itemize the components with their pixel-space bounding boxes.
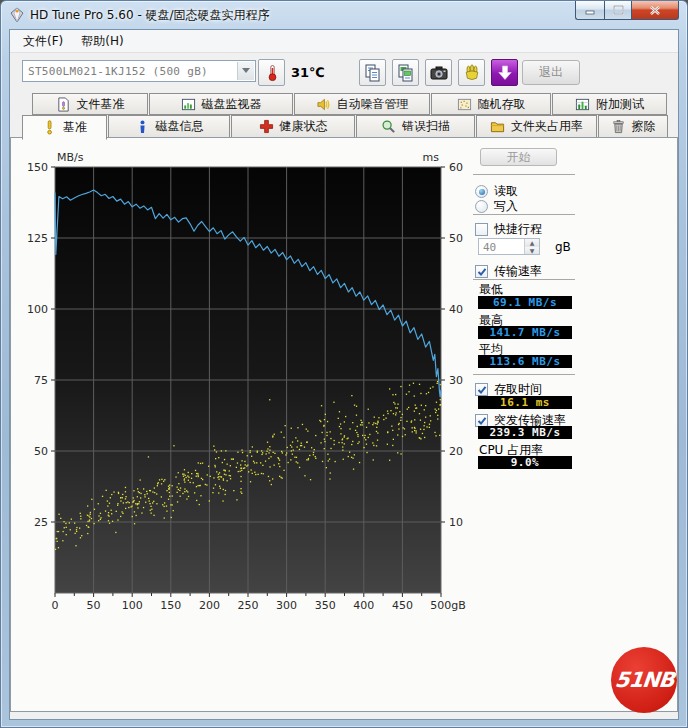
checkbox-checked-icon <box>475 383 488 396</box>
access-time-display: 16.1 ms <box>478 396 572 409</box>
menubar: 文件(F)帮助(H) <box>10 30 678 53</box>
copy-text-button[interactable] <box>359 59 386 86</box>
checkbox-unchecked-icon <box>475 223 488 236</box>
tab-folder-usage[interactable]: 文件夹占用率 <box>476 115 597 138</box>
window-title: HD Tune Pro 5.60 - 硬盘/固态硬盘实用程序 <box>30 7 270 24</box>
screenshot-button[interactable] <box>425 59 452 86</box>
svg-text:250: 250 <box>238 599 259 612</box>
tab-aam[interactable]: 自动噪音管理 <box>294 93 430 115</box>
tab-disk-info[interactable]: 磁盘信息 <box>108 115 230 138</box>
svg-text:25: 25 <box>34 516 48 529</box>
shortstroke-spinner[interactable]: 40 ▲▼ <box>478 238 540 255</box>
svg-text:150: 150 <box>160 599 181 612</box>
spinner-arrows[interactable]: ▲▼ <box>524 239 539 254</box>
error-scan-icon <box>381 119 396 134</box>
svg-text:MB/s: MB/s <box>57 151 84 164</box>
start-button[interactable]: 开始 <box>480 148 557 166</box>
svg-text:50: 50 <box>449 232 463 245</box>
write-radio[interactable]: 写入 <box>475 198 518 215</box>
svg-text:125: 125 <box>27 232 48 245</box>
shortstroke-checkbox[interactable]: 快捷行程 <box>475 221 542 238</box>
svg-text:20: 20 <box>449 445 463 458</box>
file-benchmark-icon <box>56 97 71 112</box>
transfer-label: 传输速率 <box>494 263 542 280</box>
svg-text:100: 100 <box>27 303 48 316</box>
app-icon <box>9 7 25 23</box>
shortstroke-label: 快捷行程 <box>494 221 542 238</box>
tab-random-access[interactable]: 随机存取 <box>431 93 551 115</box>
titlebar: HD Tune Pro 5.60 - 硬盘/固态硬盘实用程序 <box>1 1 687 29</box>
svg-text:75: 75 <box>34 374 48 387</box>
close-button[interactable] <box>632 1 679 20</box>
drive-select[interactable]: ST500LM021-1KJ152 (500 gB) <box>22 60 256 82</box>
tab-extra-tests[interactable]: 附加测试 <box>552 93 667 115</box>
write-label: 写入 <box>494 198 518 215</box>
separator <box>473 279 575 280</box>
avg-value-display: 113.6 MB/s <box>478 355 572 368</box>
health-icon <box>259 119 274 134</box>
save-button[interactable] <box>491 59 518 86</box>
down-arrow-icon <box>495 63 515 83</box>
maximize-button[interactable] <box>604 1 632 20</box>
menu-file[interactable]: 文件(F) <box>14 30 72 53</box>
tab-disk-monitor[interactable]: 磁盘监视器 <box>149 93 293 115</box>
copy-image-icon <box>396 63 416 83</box>
tab-label: 基准 <box>63 119 87 136</box>
tab-label: 文件基准 <box>77 96 125 113</box>
radio-icon <box>475 200 488 213</box>
logo-51nb: 51NB <box>611 647 677 713</box>
tab-label: 擦除 <box>632 118 656 135</box>
copy-icon <box>363 63 383 83</box>
transfer-checkbox[interactable]: 传输速率 <box>475 263 542 280</box>
spinner-up-icon[interactable]: ▲ <box>525 239 539 247</box>
tab-label: 文件夹占用率 <box>511 118 583 135</box>
shortstroke-value: 40 <box>479 239 524 254</box>
close-icon <box>649 5 661 16</box>
drive-select-value: ST500LM021-1KJ152 (500 gB) <box>23 65 237 78</box>
svg-text:450: 450 <box>392 599 413 612</box>
burst-rate-display: 239.3 MB/s <box>478 426 572 439</box>
tab-label: 自动噪音管理 <box>337 96 409 113</box>
spinner-down-icon[interactable]: ▼ <box>525 247 539 255</box>
maximize-icon <box>613 5 624 15</box>
svg-text:400: 400 <box>353 599 374 612</box>
camera-icon <box>429 63 449 83</box>
donate-button[interactable] <box>458 59 485 86</box>
random-access-icon <box>457 97 472 112</box>
svg-text:40: 40 <box>449 303 463 316</box>
svg-text:500gB: 500gB <box>430 599 466 612</box>
toolbar: ST500LM021-1KJ152 (500 gB) 31℃ <box>10 53 678 93</box>
tab-label: 随机存取 <box>478 96 526 113</box>
svg-text:ms: ms <box>423 151 440 164</box>
separator <box>473 174 575 175</box>
tab-benchmark[interactable]: 基准 <box>22 115 107 140</box>
extra-tests-icon <box>575 97 590 112</box>
svg-text:100: 100 <box>122 599 143 612</box>
tab-label: 健康状态 <box>280 118 328 135</box>
chevron-down-icon[interactable] <box>237 62 254 80</box>
copy-image-button[interactable] <box>392 59 419 86</box>
app-window: HD Tune Pro 5.60 - 硬盘/固态硬盘实用程序 文件(F)帮助(H… <box>0 0 688 728</box>
radio-selected-icon <box>475 185 488 198</box>
svg-text:350: 350 <box>315 599 336 612</box>
tab-label: 磁盘监视器 <box>202 96 262 113</box>
svg-text:200: 200 <box>199 599 220 612</box>
svg-text:150: 150 <box>27 161 48 174</box>
caption-buttons <box>575 1 679 20</box>
benchmark-chart: MB/sms1501251007550256050403020100501001… <box>17 141 477 621</box>
max-value-display: 141.7 MB/s <box>478 326 572 339</box>
tab-file-benchmark[interactable]: 文件基准 <box>32 93 148 115</box>
tab-row-primary: 基准磁盘信息健康状态错误扫描文件夹占用率擦除 <box>10 115 678 138</box>
tab-row-secondary: 文件基准磁盘监视器自动噪音管理随机存取附加测试 <box>10 93 678 115</box>
logo-text: 51NB <box>613 668 674 692</box>
tab-erase[interactable]: 擦除 <box>598 115 668 138</box>
tab-health[interactable]: 健康状态 <box>231 115 355 138</box>
tab-error-scan[interactable]: 错误扫描 <box>356 115 475 138</box>
svg-text:50: 50 <box>87 599 101 612</box>
separator <box>473 374 575 375</box>
minimize-button[interactable] <box>575 1 604 20</box>
temperature-button[interactable] <box>258 59 285 86</box>
menu-help[interactable]: 帮助(H) <box>72 30 132 53</box>
exit-button[interactable]: 退出 <box>522 60 580 85</box>
hand-icon <box>462 63 482 83</box>
